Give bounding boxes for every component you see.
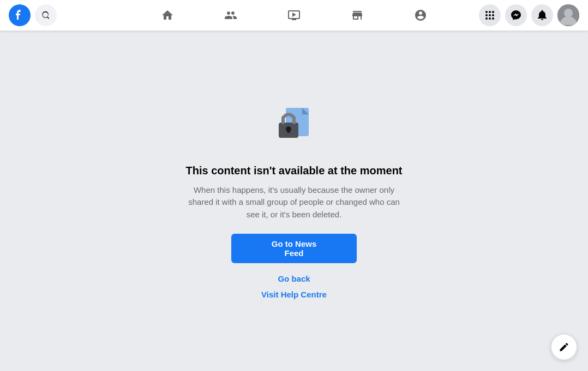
svg-point-3 bbox=[485, 14, 488, 16]
profile-icon bbox=[414, 9, 427, 22]
nav-marketplace-button[interactable] bbox=[327, 2, 388, 28]
search-button[interactable] bbox=[35, 4, 57, 26]
svg-point-0 bbox=[485, 11, 488, 13]
navbar-center bbox=[118, 2, 470, 28]
error-container: This content isn't available at the mome… bbox=[174, 87, 414, 315]
menu-button[interactable] bbox=[479, 4, 501, 26]
friends-icon bbox=[224, 9, 237, 22]
nav-friends-button[interactable] bbox=[200, 2, 261, 28]
search-icon bbox=[41, 11, 50, 20]
go-back-link[interactable]: Go back bbox=[278, 272, 310, 285]
main-content: This content isn't available at the mome… bbox=[0, 31, 588, 371]
navbar-left bbox=[9, 4, 118, 26]
go-to-feed-button[interactable]: Go to News Feed bbox=[231, 234, 357, 263]
svg-point-8 bbox=[492, 17, 494, 20]
svg-point-10 bbox=[564, 9, 573, 17]
navbar-right bbox=[470, 4, 579, 26]
account-button[interactable] bbox=[557, 4, 579, 26]
svg-point-6 bbox=[485, 17, 488, 20]
svg-point-2 bbox=[492, 11, 494, 13]
fab-button[interactable] bbox=[551, 334, 577, 360]
home-icon bbox=[161, 9, 174, 22]
svg-point-4 bbox=[489, 14, 491, 16]
edit-icon bbox=[559, 342, 569, 352]
bell-icon bbox=[537, 10, 548, 21]
nav-profile-button[interactable] bbox=[390, 2, 451, 28]
grid-icon bbox=[484, 10, 495, 21]
top-navbar bbox=[0, 0, 588, 31]
nav-home-button[interactable] bbox=[137, 2, 198, 28]
error-icon bbox=[267, 98, 321, 153]
error-description: When this happens, it's usually because … bbox=[185, 184, 403, 221]
messenger-button[interactable] bbox=[505, 4, 527, 26]
svg-point-5 bbox=[492, 14, 494, 16]
marketplace-icon bbox=[351, 9, 364, 22]
notifications-button[interactable] bbox=[531, 4, 553, 26]
watch-icon bbox=[287, 9, 301, 22]
nav-watch-button[interactable] bbox=[263, 2, 325, 28]
svg-rect-15 bbox=[287, 129, 290, 133]
visit-help-centre-link[interactable]: Visit Help Centre bbox=[261, 288, 327, 301]
error-title: This content isn't available at the mome… bbox=[185, 163, 402, 178]
svg-point-7 bbox=[489, 17, 491, 20]
svg-point-1 bbox=[489, 11, 491, 13]
messenger-icon bbox=[511, 10, 521, 21]
avatar-icon bbox=[557, 4, 579, 26]
facebook-logo[interactable] bbox=[9, 4, 31, 26]
